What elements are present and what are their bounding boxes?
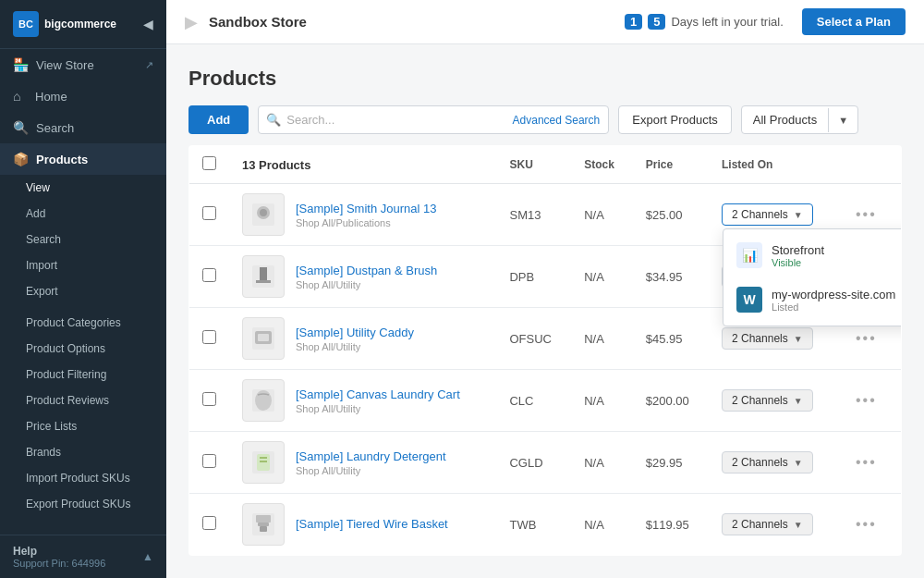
svg-point-2: [260, 209, 267, 216]
product-name-cell: [Sample] Laundry Detergent Shop All/Util…: [229, 432, 496, 494]
product-name-cell: [Sample] Utility Caddy Shop All/Utility: [229, 308, 496, 370]
sidebar-item-search[interactable]: 🔍 Search: [0, 112, 166, 143]
channels-badge[interactable]: 2 Channels ▼: [722, 513, 813, 535]
all-products-dropdown-arrow[interactable]: ▼: [828, 108, 857, 132]
channels-count: 2 Channels: [732, 332, 788, 345]
row-more-button[interactable]: •••: [850, 203, 882, 227]
row-checkbox[interactable]: [202, 392, 216, 406]
product-name-link[interactable]: [Sample] Tiered Wire Basket: [296, 517, 448, 531]
wordpress-status: Listed: [772, 301, 895, 313]
advanced-search-link[interactable]: Advanced Search: [513, 114, 601, 127]
stock-cell: N/A: [571, 370, 633, 432]
price-header: Price: [633, 146, 709, 184]
price-cell: $34.95: [633, 246, 709, 308]
sidebar-products-label: Products: [36, 153, 88, 166]
trial-info: 1 5 Days left in your trial.: [625, 14, 784, 30]
select-all-checkbox[interactable]: [202, 156, 216, 170]
product-name-link[interactable]: [Sample] Utility Caddy: [296, 326, 414, 339]
sidebar-sub-product-options[interactable]: Product Options: [0, 336, 166, 362]
channels-count: 2 Channels: [732, 456, 788, 469]
stock-cell: N/A: [571, 432, 633, 494]
toolbar: Add 🔍 Advanced Search Export Products Al…: [188, 105, 902, 134]
store-breadcrumb-icon: ▶: [185, 12, 198, 32]
sku-cell: TWB: [496, 494, 571, 556]
sku-cell: SM13: [496, 184, 571, 246]
product-name-link[interactable]: [Sample] Laundry Detergent: [296, 449, 446, 463]
product-name-link[interactable]: [Sample] Canvas Laundry Cart: [296, 387, 460, 401]
select-plan-button[interactable]: Select a Plan: [802, 8, 906, 35]
product-thumbnail: [242, 441, 285, 484]
products-table: 13 Products SKU Stock Price Listed On [S…: [188, 145, 902, 556]
row-more-button[interactable]: •••: [850, 450, 882, 474]
row-checkbox[interactable]: [202, 454, 216, 468]
sidebar-collapse-button[interactable]: ◀: [143, 17, 153, 31]
support-pin: Support Pin: 644996: [13, 558, 105, 569]
all-products-label: All Products: [742, 106, 828, 133]
stock-header: Stock: [571, 146, 633, 184]
row-checkbox[interactable]: [202, 330, 216, 344]
sidebar-item-view-store[interactable]: 🏪 View Store ↗: [0, 49, 166, 80]
sidebar-sub-label: Product Categories: [26, 316, 121, 329]
channels-count: 2 Channels: [732, 394, 788, 407]
row-checkbox[interactable]: [202, 516, 216, 530]
sidebar-sub-brands[interactable]: Brands: [0, 439, 166, 465]
channels-cell: 2 Channels ▼: [709, 370, 837, 432]
export-products-button[interactable]: Export Products: [618, 105, 732, 134]
store-icon: 🏪: [13, 57, 29, 72]
product-thumbnail: [242, 255, 285, 298]
dropdown-item-storefront: 📊 Storefront Visible: [723, 233, 902, 277]
sidebar-sub-export-skus[interactable]: Export Product SKUs: [0, 491, 166, 517]
sidebar-sub-import-skus[interactable]: Import Product SKUs: [0, 465, 166, 491]
product-name-cell: [Sample] Dustpan & Brush Shop All/Utilit…: [229, 246, 496, 308]
svg-rect-17: [258, 523, 269, 526]
sidebar-sub-product-categories[interactable]: Product Categories: [0, 310, 166, 336]
logo-text: bigcommerce: [44, 18, 116, 31]
sidebar-sub-price-lists[interactable]: Price Lists: [0, 413, 166, 439]
sidebar-sub-product-reviews[interactable]: Product Reviews: [0, 387, 166, 413]
content-area: Products Add 🔍 Advanced Search Export Pr…: [166, 44, 924, 578]
footer-expand-icon[interactable]: ▲: [142, 550, 153, 563]
stock-cell: N/A: [571, 494, 633, 556]
sidebar-sub-label: Product Options: [26, 342, 105, 355]
sidebar-sub-import[interactable]: Import: [0, 252, 166, 278]
channels-badge[interactable]: 2 Channels ▼: [722, 451, 813, 473]
product-count-header: 13 Products: [229, 146, 496, 184]
product-thumbnail: [242, 503, 285, 546]
stock-cell: N/A: [571, 246, 633, 308]
sidebar-logo: BC bigcommerce ◀: [0, 0, 166, 49]
wordpress-icon: W: [736, 287, 762, 313]
price-cell: $119.95: [633, 494, 709, 556]
sku-cell: DPB: [496, 246, 571, 308]
row-checkbox-cell: [189, 308, 230, 370]
price-cell: $200.00: [633, 370, 709, 432]
sku-cell: OFSUC: [496, 308, 571, 370]
product-name-link[interactable]: [Sample] Dustpan & Brush: [296, 264, 437, 277]
trial-day1: 1: [625, 14, 642, 30]
search-icon: 🔍: [13, 120, 29, 135]
row-checkbox[interactable]: [202, 206, 216, 220]
price-cell: $45.95: [633, 308, 709, 370]
channels-badge[interactable]: 2 Channels ▼ 📊 Storefront Visible W my-w…: [722, 203, 813, 226]
sidebar-sub-add[interactable]: Add: [0, 201, 166, 227]
home-icon: ⌂: [13, 89, 28, 104]
actions-header: [837, 146, 902, 184]
wordpress-name: my-wordpress-site.com: [772, 288, 895, 301]
search-box-icon: 🔍: [266, 113, 281, 127]
row-checkbox[interactable]: [202, 268, 216, 282]
row-more-button[interactable]: •••: [850, 326, 882, 350]
product-name-link[interactable]: [Sample] Smith Journal 13: [296, 202, 436, 215]
actions-cell: •••: [837, 370, 902, 432]
row-more-button[interactable]: •••: [850, 512, 882, 536]
sidebar-item-home[interactable]: ⌂ Home: [0, 80, 166, 112]
channels-badge[interactable]: 2 Channels ▼: [722, 389, 813, 412]
sidebar-sub-search[interactable]: Search: [0, 227, 166, 252]
sidebar-sub-product-filtering[interactable]: Product Filtering: [0, 362, 166, 387]
add-product-button[interactable]: Add: [188, 105, 249, 134]
table-row: [Sample] Tiered Wire Basket TWB N/A $119…: [189, 494, 902, 556]
sidebar-products-parent[interactable]: 📦 Products: [0, 143, 166, 175]
channels-cell: 2 Channels ▼ 📊 Storefront Visible W my-w…: [709, 184, 837, 246]
row-more-button[interactable]: •••: [850, 388, 882, 412]
sidebar-sub-view[interactable]: View: [0, 175, 166, 201]
channels-badge[interactable]: 2 Channels ▼: [722, 327, 813, 350]
sidebar-sub-export[interactable]: Export: [0, 278, 166, 304]
